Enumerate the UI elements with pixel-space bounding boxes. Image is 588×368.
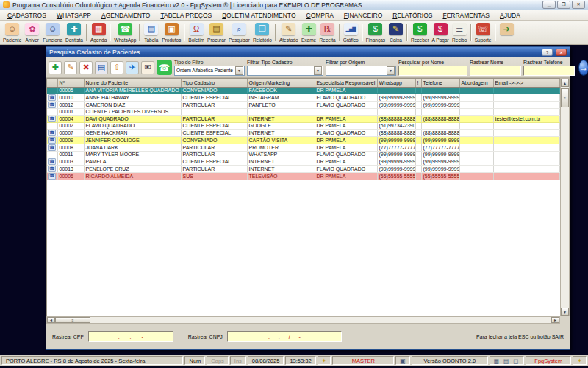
menu-item-cadastros[interactable]: CADASTROS bbox=[2, 11, 51, 20]
cell-whatsapp bbox=[377, 87, 415, 93]
column-header-tipo-cadastro[interactable]: Tipo Cadastro bbox=[181, 79, 247, 87]
toolbar-button-receita[interactable]: ℞Receita bbox=[318, 21, 337, 43]
search-name-input[interactable] bbox=[398, 66, 467, 76]
whatsapp-filter-button[interactable]: ☎ bbox=[157, 60, 172, 75]
toolbar-button-boletim[interactable]: ΩBoletim bbox=[187, 21, 206, 43]
toolbar-button-suporte[interactable]: ☏Suporte bbox=[473, 21, 493, 43]
cell-abordagem bbox=[459, 165, 493, 172]
vertical-scroll-thumb[interactable]: ≡ bbox=[561, 88, 569, 107]
filter-origem-select[interactable]: ▼ bbox=[326, 66, 396, 76]
tooth-app-icon bbox=[3, 1, 10, 8]
column-header-name[interactable]: Nome do Paciente bbox=[84, 79, 181, 87]
cell-flag bbox=[415, 158, 421, 165]
table-row[interactable]: ☎00008JOANA DARKPARTICULARPROMOTERDR PAM… bbox=[47, 144, 560, 151]
maximize-button[interactable]: ❐ bbox=[557, 1, 570, 9]
column-header-especialista[interactable]: Especialista Responsável bbox=[315, 79, 377, 87]
add-record-button[interactable]: ✚ bbox=[49, 60, 62, 75]
row-icon-cell bbox=[47, 108, 57, 115]
toolbar-button-financ-as[interactable]: $Finanças bbox=[365, 21, 387, 43]
scroll-left-icon[interactable]: ◄ bbox=[47, 317, 55, 323]
toolbar-button-produtos[interactable]: ▣Produtos bbox=[160, 21, 182, 43]
trace-phone-input[interactable]: - bbox=[523, 66, 575, 76]
column-header-origem[interactable]: Origem/Marketing bbox=[247, 79, 315, 87]
column-header-flag[interactable]: ! bbox=[415, 79, 421, 87]
menu-item-ferramentas[interactable]: FERRAMENTAS bbox=[437, 11, 495, 20]
column-header-email[interactable]: Email ->->-> bbox=[493, 79, 560, 87]
toolbar-button-gra-fico[interactable]: ▂▅▇Gráfico bbox=[342, 21, 360, 43]
toolbar-button-paciente[interactable]: ☺Paciente bbox=[1, 21, 23, 43]
trace-name-input[interactable] bbox=[470, 66, 521, 76]
cell-num: 00003 bbox=[57, 158, 84, 165]
toolbar-button-exame[interactable]: ✚Exame bbox=[300, 21, 318, 43]
scroll-track[interactable] bbox=[90, 317, 551, 323]
toolbar-button-sair[interactable]: ➔ bbox=[498, 21, 516, 43]
column-header-whatsapp[interactable]: Whatsapp bbox=[377, 79, 415, 87]
table-row[interactable]: ☎00009JENNIFER COOLIDGECONVENIADOCARTÃO … bbox=[47, 136, 560, 144]
toolbar-button-recibo[interactable]: ☰Recibo bbox=[451, 21, 469, 43]
cnpj-input[interactable]: . . / - bbox=[227, 331, 342, 342]
toolbar-button-label: Boletim bbox=[188, 38, 204, 43]
toolbar-separator bbox=[470, 24, 472, 41]
table-row[interactable]: ☎00004DAVI QUADRADOPARTICULARINTERNETDR … bbox=[47, 115, 560, 122]
toolbar-button-receber[interactable]: $Receber bbox=[409, 21, 431, 43]
table-row[interactable]: 00001CLIENTE / PACIENTES DIVERSOS bbox=[47, 108, 560, 115]
vertical-scrollbar[interactable]: ▲ ≡ ▼ bbox=[560, 78, 570, 316]
table-row[interactable]: 00011MARY TYLER MOOREPARTICULARWHATSAPPF… bbox=[47, 151, 560, 158]
table-row[interactable]: ☎00003PAMELACLIENTE ESPECIALINTERNETDR P… bbox=[47, 158, 560, 165]
toolbar-button-funciona[interactable]: ☺Funciona bbox=[41, 21, 64, 43]
panel-help-button[interactable]: ? bbox=[542, 49, 553, 56]
filter-tipo-cadastro-select[interactable]: ▼ bbox=[247, 66, 323, 76]
menu-item-relato-rios[interactable]: RELATÓRIOS bbox=[387, 11, 437, 20]
panel-close-button[interactable]: ✕ bbox=[556, 49, 567, 56]
toolbar-button-procurar[interactable]: ▤Procurar bbox=[206, 21, 227, 43]
menu-item-ajuda[interactable]: AJUDA bbox=[495, 11, 526, 20]
toolbar-button-agenda[interactable]: ▦Agenda bbox=[89, 21, 108, 43]
cpf-input[interactable]: . . - bbox=[88, 331, 173, 342]
export-record-button[interactable]: ⇧ bbox=[110, 60, 123, 75]
menu-item-boletim-atendimento[interactable]: BOLETIM ATENDIMENTO bbox=[217, 11, 301, 20]
scroll-up-icon[interactable]: ▲ bbox=[561, 79, 569, 87]
cell-especialista: DR PAMELA bbox=[315, 87, 377, 93]
close-button[interactable]: ✕ bbox=[572, 1, 585, 9]
column-header-num[interactable]: Nº bbox=[57, 79, 84, 87]
toolbar-button-relato-rio[interactable]: ❒Relatório bbox=[251, 21, 273, 43]
toolbar-button-caixa[interactable]: ✎Caixa bbox=[387, 21, 405, 43]
toolbar-button-a-pagar[interactable]: $A Pagar bbox=[431, 21, 451, 43]
filter-type-select[interactable]: Ordem Alfabetica Paciente▼ bbox=[174, 66, 245, 76]
horizontal-scroll-thumb[interactable]: ≡ bbox=[55, 317, 90, 323]
column-header-abordagem[interactable]: Abordagem bbox=[459, 79, 493, 87]
menu-item-compra[interactable]: COMPRA bbox=[301, 11, 339, 20]
toolbar-button-dentista[interactable]: ✚Dentista bbox=[64, 21, 85, 43]
table-row[interactable]: ☎00013PENELOPE CRUZPARTICULARINTERNETFLA… bbox=[47, 165, 560, 172]
menu-item-whatsapp[interactable]: WHATSAPP bbox=[51, 11, 96, 20]
menu-item-tabela-prec-os[interactable]: TABELA PREÇOS bbox=[155, 11, 217, 20]
postcard-button[interactable]: ✈ bbox=[126, 60, 139, 75]
table-row[interactable]: ☎00007GENE HACKMANCLIENTE ESPECIALINTERN… bbox=[47, 129, 560, 136]
edit-record-button[interactable]: ✎ bbox=[64, 60, 77, 75]
horizontal-scrollbar[interactable]: ◄ ≡ ► bbox=[46, 316, 560, 324]
table-row[interactable]: ☎00010ANNE HATHAWAYCLIENTE ESPECIALINSTA… bbox=[47, 93, 560, 101]
refresh-button[interactable]: → bbox=[578, 60, 588, 76]
column-header-icon bbox=[47, 79, 57, 87]
cell-origem: INTERNET bbox=[247, 158, 315, 165]
scroll-right-icon[interactable]: ► bbox=[551, 317, 559, 323]
toolbar-button-whatsapp[interactable]: ☎WhatsApp bbox=[112, 21, 137, 43]
menu-item-financeiro[interactable]: FINANCEIRO bbox=[339, 11, 387, 20]
cell-tipo-cadastro: CLIENTE ESPECIAL bbox=[181, 158, 247, 165]
column-header-telefone[interactable]: Telefone bbox=[421, 79, 459, 87]
table-row[interactable]: ☎00012CAMERON DIAZPARTICULARPANFLETOFLAV… bbox=[47, 101, 560, 108]
menu-item-agendamento[interactable]: AGENDAMENTO bbox=[96, 11, 155, 20]
scrollbar-corner bbox=[560, 316, 570, 324]
toolbar-button-atestado[interactable]: ✎Atestado bbox=[278, 21, 300, 43]
table-row[interactable]: 00005ANA VITÓRIA MEIRELLES QUADRADOCONVE… bbox=[47, 87, 560, 93]
toolbar-button-tabela[interactable]: ▤Tabela bbox=[142, 21, 160, 43]
print-button[interactable]: ▤ bbox=[95, 60, 108, 75]
table-row[interactable]: ☎00006RICARDO ALMEIDASUSTELEVISÃODR PAME… bbox=[47, 172, 560, 180]
minimize-button[interactable]: ▁ bbox=[542, 1, 556, 9]
table-row[interactable]: 00002FLAVIO QUADRADOCLIENTE ESPECIALGOOG… bbox=[47, 122, 560, 129]
toolbar-button-pesquisar[interactable]: ⌕Pesquisar bbox=[227, 21, 251, 43]
scroll-down-icon[interactable]: ▼ bbox=[561, 308, 569, 316]
toolbar-button-aniver[interactable]: ✿Aniver bbox=[23, 21, 41, 43]
delete-record-button[interactable]: ✖ bbox=[79, 60, 93, 75]
mail-button[interactable]: ✉ bbox=[141, 60, 154, 75]
